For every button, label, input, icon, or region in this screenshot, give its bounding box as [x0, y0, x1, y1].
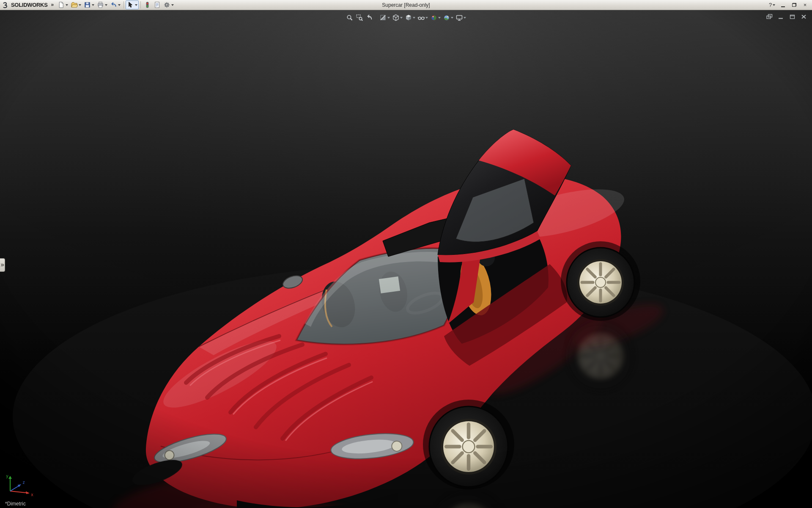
- solidworks-window: SOLIDWORKS »: [0, 0, 812, 508]
- help-glyph: ?: [769, 2, 772, 8]
- view-orientation-cube-icon: [392, 14, 400, 22]
- document-window-controls: [766, 14, 807, 19]
- previous-view-button[interactable]: [365, 13, 373, 22]
- print-button[interactable]: [96, 0, 109, 9]
- rebuild-trafficlight-icon: [144, 1, 151, 8]
- minimize-icon: [778, 14, 784, 19]
- doc-restore-button[interactable]: [789, 14, 796, 19]
- hide-show-items-button[interactable]: [417, 13, 428, 22]
- dropdown-arrow-icon[interactable]: [773, 4, 775, 6]
- dropdown-arrow-icon[interactable]: [464, 17, 466, 19]
- restore-button[interactable]: [789, 1, 799, 9]
- close-button[interactable]: ×: [800, 1, 810, 9]
- view-settings-button[interactable]: [455, 13, 466, 22]
- solidworks-logo: SOLIDWORKS: [2, 2, 50, 8]
- dropdown-arrow-icon[interactable]: [400, 17, 403, 19]
- apply-scene-icon: [443, 14, 450, 22]
- previous-view-icon: [365, 14, 373, 22]
- hide-show-glasses-icon: [417, 14, 425, 22]
- dropdown-arrow-icon[interactable]: [105, 4, 107, 6]
- reference-triad[interactable]: y x z: [4, 472, 37, 499]
- z-axis-label: z: [22, 480, 25, 485]
- edit-appearance-button[interactable]: [430, 13, 441, 22]
- toolbar-separator: [376, 14, 376, 21]
- help-button[interactable]: ?: [767, 1, 777, 9]
- printer-icon: [97, 1, 104, 8]
- dropdown-arrow-icon[interactable]: [171, 4, 174, 6]
- dropdown-arrow-icon[interactable]: [387, 17, 390, 19]
- featuremanager-flyout-tab[interactable]: [0, 258, 5, 272]
- titlebar: SOLIDWORKS »: [0, 0, 812, 10]
- brand-text: SOLIDWORKS: [11, 2, 48, 8]
- cascade-icon: [766, 14, 773, 19]
- display-style-shaded-cube-icon: [405, 14, 412, 22]
- minimize-icon: [781, 6, 785, 7]
- section-view-icon: [379, 14, 387, 22]
- options-button[interactable]: [162, 0, 175, 9]
- toolbar-separator: [140, 1, 141, 8]
- menu-flyout-chevron[interactable]: »: [50, 2, 57, 8]
- select-button[interactable]: [126, 0, 139, 9]
- dropdown-arrow-icon[interactable]: [438, 17, 441, 19]
- section-view-button[interactable]: [379, 13, 390, 22]
- cascade-windows-button[interactable]: [766, 14, 773, 19]
- new-document-icon: [58, 1, 65, 8]
- zoom-to-area-icon: [356, 14, 363, 22]
- rebuild-button[interactable]: [143, 0, 152, 9]
- file-properties-button[interactable]: [152, 0, 162, 9]
- x-axis-arrow: [26, 491, 30, 494]
- options-gear-icon: [163, 1, 170, 8]
- dropdown-arrow-icon[interactable]: [425, 17, 428, 19]
- apply-scene-button[interactable]: [442, 13, 454, 22]
- close-icon: [801, 14, 807, 19]
- save-button[interactable]: [82, 0, 96, 9]
- doc-minimize-button[interactable]: [778, 14, 784, 19]
- open-button[interactable]: [69, 0, 82, 9]
- undo-arrow-icon: [110, 1, 117, 8]
- dropdown-arrow-icon[interactable]: [135, 4, 137, 6]
- select-cursor-icon: [127, 1, 134, 8]
- close-icon: ×: [804, 2, 807, 8]
- view-settings-monitor-icon: [455, 14, 463, 22]
- dassault-3ds-logo-icon: [3, 2, 9, 8]
- dropdown-arrow-icon[interactable]: [118, 4, 121, 6]
- file-properties-icon: [154, 1, 161, 8]
- x-axis-label: x: [31, 492, 33, 497]
- zoom-to-area-button[interactable]: [355, 13, 364, 22]
- viewport-canvas[interactable]: [0, 10, 812, 508]
- display-style-button[interactable]: [404, 13, 416, 22]
- doc-close-button[interactable]: [801, 14, 807, 19]
- save-floppy-icon: [84, 1, 91, 8]
- restore-icon: [789, 14, 796, 19]
- minimize-button[interactable]: [778, 1, 788, 9]
- dropdown-arrow-icon[interactable]: [92, 4, 94, 6]
- view-orientation-button[interactable]: [392, 13, 403, 22]
- chevron-right-icon: [0, 262, 4, 268]
- heads-up-view-toolbar: [343, 12, 469, 23]
- toolbar-separator: [123, 1, 124, 8]
- graphics-viewport: y x z *Dimetric: [0, 10, 812, 508]
- app-window-controls: ? ×: [767, 1, 810, 9]
- edit-appearance-sphere-icon: [430, 14, 438, 22]
- dropdown-arrow-icon[interactable]: [413, 17, 415, 19]
- y-axis-arrow: [8, 476, 12, 479]
- view-orientation-label: *Dimetric: [5, 501, 26, 507]
- y-axis-label: y: [6, 474, 8, 478]
- standard-toolbar: [56, 0, 175, 9]
- dropdown-arrow-icon[interactable]: [79, 4, 81, 6]
- new-document-button[interactable]: [56, 0, 69, 9]
- open-folder-icon: [71, 1, 78, 8]
- dropdown-arrow-icon[interactable]: [451, 17, 453, 19]
- zoom-to-fit-button[interactable]: [346, 13, 354, 22]
- restore-icon: [792, 3, 796, 7]
- undo-button[interactable]: [109, 0, 122, 9]
- dropdown-arrow-icon[interactable]: [66, 4, 68, 6]
- zoom-to-fit-icon: [346, 14, 354, 22]
